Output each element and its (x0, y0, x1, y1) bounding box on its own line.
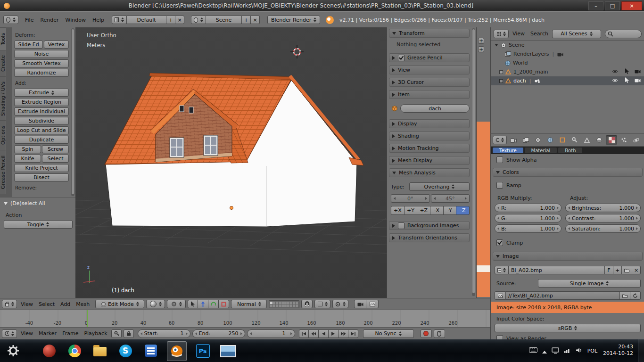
display-tray-icon[interactable] (552, 347, 559, 354)
randomize-button[interactable]: Randomize (14, 69, 69, 77)
render-engine-dropdown[interactable]: Blender Render (267, 16, 320, 24)
jump-to-start-button[interactable] (299, 329, 309, 338)
minimize-button[interactable]: – (588, 1, 603, 10)
taskbar-app-blue[interactable] (141, 341, 160, 360)
extrude-individual-button[interactable]: Extrude Individual (14, 107, 69, 115)
clock[interactable]: 20:43 2014-10-12 (603, 344, 633, 357)
b-slider[interactable]: B:1.000 (495, 224, 561, 233)
menu-render[interactable]: Render (38, 17, 60, 23)
record-button[interactable] (421, 329, 432, 338)
menu-help[interactable]: Help (91, 17, 106, 23)
taskbar-app-photo-viewer[interactable] (219, 341, 238, 360)
tool-shelf-scrollbar[interactable] (71, 28, 74, 196)
scene-delete-button[interactable]: × (251, 16, 260, 24)
panel-transform-orientations[interactable]: Transform Orientations (389, 233, 470, 242)
outliner-editor-selector[interactable] (494, 30, 509, 38)
n-panel-scrollbar[interactable] (472, 28, 475, 296)
region-expand-button-1[interactable]: + (478, 38, 484, 44)
outliner-row-object-main[interactable]: 1_2000_main (491, 67, 644, 76)
screen-layout-name-field[interactable]: Default (127, 16, 166, 24)
tab-modifiers[interactable] (569, 135, 580, 145)
frame-start-field[interactable]: Start:1 (138, 329, 190, 338)
screen-layout-delete-button[interactable]: × (175, 16, 184, 24)
tab-render-layers[interactable] (520, 135, 531, 145)
scale-manipulator-button[interactable] (219, 300, 229, 308)
scene-add-button[interactable]: + (242, 16, 251, 24)
timeline-ruler[interactable]: -40 -20 0 20 40 60 80 100 120 140 160 18… (0, 310, 490, 328)
tab-material[interactable] (594, 135, 605, 145)
item-name-field[interactable]: dach (400, 104, 470, 113)
tab-object[interactable] (557, 135, 568, 145)
menu-window[interactable]: Window (64, 17, 88, 23)
tab-object-data[interactable] (581, 135, 593, 145)
view3d-menu-view[interactable]: View (19, 301, 35, 307)
analysis-type-dropdown[interactable]: Overhang (409, 182, 470, 191)
filepath-icon-button[interactable] (495, 291, 506, 300)
view3d-menu-select[interactable]: Select (37, 301, 57, 307)
taskbar-app-skype[interactable]: S (116, 341, 135, 360)
clamp-checkbox[interactable] (496, 239, 503, 246)
vertex-slide-button[interactable]: Vertex (44, 41, 69, 49)
subdivide-button[interactable]: Subdivide (14, 117, 69, 125)
panel-item[interactable]: Item (389, 90, 470, 99)
loop-cut-button[interactable]: Loop Cut and Slide (14, 126, 69, 134)
maximize-button[interactable]: □ (605, 1, 620, 10)
outliner-menu-search[interactable]: Search (528, 31, 550, 37)
knife-project-button[interactable]: Knife Project (14, 164, 69, 172)
translate-manipulator-button[interactable] (198, 300, 208, 308)
render-opengl-button[interactable] (354, 300, 366, 308)
overhang-min-slider[interactable]: 0° (391, 194, 430, 203)
info-editor-selector[interactable] (3, 16, 18, 24)
tab-create[interactable]: Create (0, 50, 6, 76)
orientation-dropdown[interactable]: Normal (231, 300, 267, 308)
taskbar-app-blender[interactable] (167, 341, 187, 361)
screen-layout-browse-button[interactable] (112, 16, 127, 24)
screen-layout-add-button[interactable]: + (166, 16, 175, 24)
extrude-region-button[interactable]: Extrude Region (14, 98, 69, 106)
axis-button-pos-y[interactable]: +Y (405, 206, 418, 215)
redo-panel-collapse-icon[interactable] (4, 202, 8, 205)
image-new-button[interactable]: + (613, 266, 622, 274)
grease-pencil-checkbox[interactable] (398, 55, 405, 61)
bisect-button[interactable]: Bisect (14, 173, 69, 181)
duplicate-button[interactable]: Duplicate (14, 136, 69, 144)
saturation-slider[interactable]: Saturation:1.000 (565, 224, 641, 233)
language-indicator[interactable]: POL (587, 348, 597, 354)
panel-motion-tracking[interactable]: Motion Tracking (389, 144, 470, 153)
panel-background-images[interactable]: Background Images (389, 221, 470, 230)
tab-texture[interactable] (606, 135, 617, 145)
image-open-button[interactable] (622, 266, 632, 274)
renderability-camera-icon[interactable] (635, 78, 641, 84)
snap-toggle-button[interactable] (301, 300, 313, 308)
noise-button[interactable]: Noise (14, 50, 69, 58)
slide-edge-button[interactable]: Slide Ed (14, 41, 43, 49)
selectability-cursor-icon[interactable] (625, 77, 629, 84)
ramp-checkbox[interactable] (496, 182, 503, 189)
spin-button[interactable]: Spin (14, 145, 41, 153)
image-name-field[interactable]: Bl_A02.bmp (509, 266, 605, 274)
network-tray-icon[interactable] (564, 347, 571, 353)
timeline-menu-marker[interactable]: Marker (37, 330, 58, 337)
pivot-dropdown[interactable] (167, 300, 186, 308)
expand-box-icon[interactable] (499, 79, 503, 83)
play-button[interactable] (329, 329, 339, 338)
tab-physics[interactable] (630, 135, 642, 145)
panel-image[interactable]: Image (493, 252, 643, 261)
prev-keyframe-button[interactable] (309, 329, 319, 338)
tab-grease-pencil[interactable]: Grease Pencil (0, 150, 6, 194)
taskbar-app-photoshop[interactable]: Ps (193, 341, 212, 360)
texture-context-texture[interactable]: Texture (493, 148, 523, 153)
manipulator-toggle-button[interactable] (188, 300, 198, 308)
texture-context-both[interactable]: Both (558, 148, 582, 153)
rotate-manipulator-button[interactable] (208, 300, 219, 308)
volume-tray-icon[interactable] (576, 347, 582, 353)
renderlayers-render-icon[interactable] (557, 52, 563, 57)
axis-button-neg-x[interactable]: -X (430, 206, 444, 215)
outliner-scope-dropdown[interactable]: All Scenes (552, 30, 601, 38)
render-opengl-anim-button[interactable] (366, 300, 379, 308)
knife-button[interactable]: Knife (14, 155, 41, 163)
menu-file[interactable]: File (23, 17, 35, 23)
r-slider[interactable]: R:1.000 (495, 204, 561, 212)
tab-particles[interactable] (618, 135, 629, 145)
image-unlink-button[interactable]: × (632, 266, 641, 274)
